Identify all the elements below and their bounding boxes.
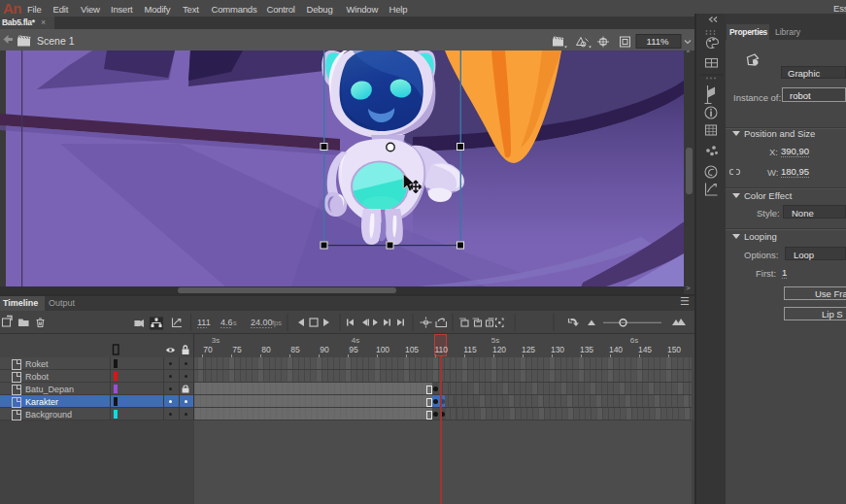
svg-text:3s: 3s — [212, 336, 220, 345]
svg-text:24.00: 24.00 — [251, 318, 273, 327]
svg-text:5s: 5s — [491, 336, 499, 345]
svg-text:95: 95 — [349, 345, 358, 354]
svg-text:120: 120 — [492, 345, 506, 354]
svg-text:85: 85 — [290, 345, 300, 354]
svg-text:130: 130 — [551, 345, 564, 354]
svg-text:145: 145 — [638, 345, 652, 354]
svg-text:135: 135 — [580, 345, 593, 354]
svg-text:4s: 4s — [352, 336, 359, 345]
svg-text:111%: 111% — [647, 36, 669, 47]
svg-text:111: 111 — [197, 318, 211, 327]
svg-text:115: 115 — [463, 345, 477, 354]
svg-text:75: 75 — [232, 345, 242, 354]
svg-text:140: 140 — [609, 345, 623, 354]
svg-text:s: s — [233, 319, 237, 327]
svg-text:fps: fps — [272, 319, 282, 327]
svg-text:105: 105 — [405, 345, 419, 354]
svg-text:90: 90 — [320, 345, 329, 354]
svg-text:70: 70 — [203, 345, 213, 354]
svg-text:100: 100 — [376, 345, 389, 354]
svg-text:125: 125 — [522, 345, 535, 354]
svg-text:4.6: 4.6 — [220, 318, 233, 327]
svg-text:150: 150 — [667, 345, 681, 354]
svg-text:6s: 6s — [630, 336, 638, 345]
svg-text:80: 80 — [261, 345, 271, 354]
